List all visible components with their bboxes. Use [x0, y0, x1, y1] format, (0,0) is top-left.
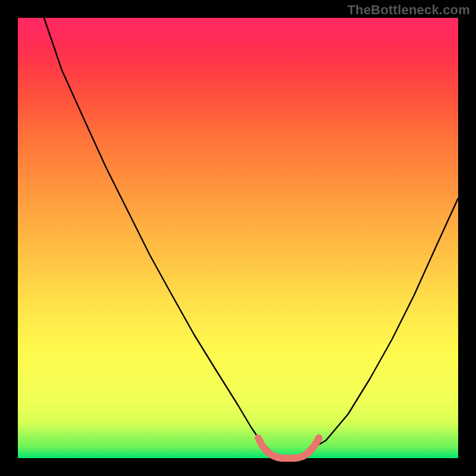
flat-bottom-highlight: [258, 438, 319, 458]
plot-area: [18, 18, 458, 458]
bottleneck-curve: [44, 18, 458, 458]
chart-frame: TheBottleneck.com: [0, 0, 476, 476]
watermark-text: TheBottleneck.com: [347, 2, 470, 18]
curve-svg: [18, 18, 458, 458]
